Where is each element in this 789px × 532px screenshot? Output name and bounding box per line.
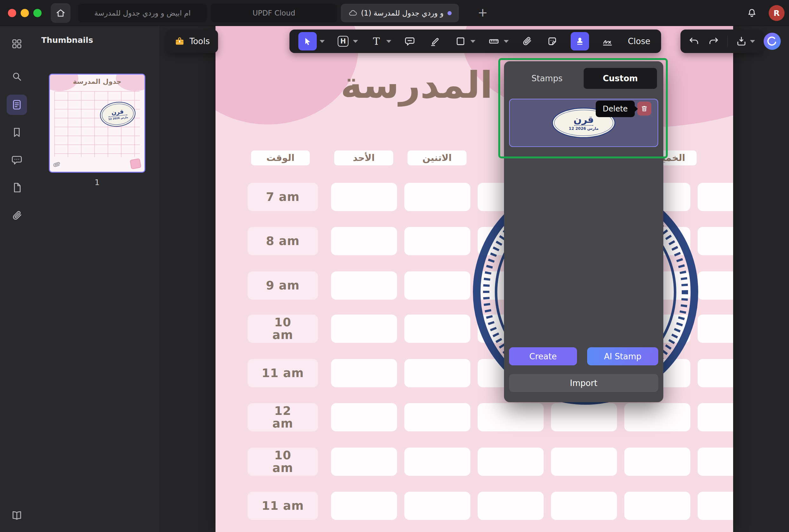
sidebar-item-apps[interactable] [7,34,27,54]
select-tool[interactable] [299,32,317,51]
text-icon: T [373,36,380,47]
page-thumbnails-icon [11,99,22,111]
sidebar-item-reader[interactable] [7,505,27,526]
tab-label: (1) و وردي جدول للمدرسة [361,9,443,17]
trash-icon [640,104,649,113]
day-header: الاتنين [407,150,466,165]
tab-updf-cloud[interactable]: UPDF Cloud [211,4,337,22]
schedule-cell [331,359,397,387]
undo-button[interactable] [688,36,700,47]
annotation-toolbar: H T [289,30,661,53]
time-cell: 10 am [248,315,318,343]
tab-document-active[interactable]: (1) و وردي جدول للمدرسة [341,4,459,22]
chevron-down-icon[interactable] [320,40,325,43]
reader-book-icon [11,510,22,521]
notifications-button[interactable] [745,6,758,20]
sticker-tool[interactable] [545,32,559,50]
text-tool[interactable]: T [369,32,383,50]
toolbox-icon [174,36,185,47]
schedule-cell [331,183,397,211]
chevron-down-icon[interactable] [470,40,476,43]
stamp-tool[interactable] [571,32,589,51]
apps-grid-icon [11,38,22,50]
schedule-cell [551,448,617,476]
schedule-cell [404,448,470,476]
sidebar-item-search[interactable] [7,66,27,87]
delete-tooltip: Delete [596,101,635,117]
close-window-button[interactable] [8,9,16,17]
chevron-down-icon[interactable] [504,40,509,43]
ai-stamp-button[interactable]: AI Stamp [587,347,658,365]
comment-bubble-icon [404,36,415,47]
time-cell: 7 am [248,183,318,211]
chevron-down-icon[interactable] [750,40,755,43]
day-header: الأحد [334,150,393,165]
unsaved-dot [447,11,451,15]
home-icon [55,7,66,18]
schedule-cell [478,448,544,476]
tab-label: ام ابيض و وردي جدول للمدرسة [94,9,190,17]
sidebar-item-comments[interactable] [7,150,27,170]
sidebar-item-files[interactable] [7,177,27,198]
paperclip-icon [11,210,22,221]
edit-tool[interactable]: H [336,32,350,50]
chevron-down-icon[interactable] [386,40,391,43]
close-button[interactable]: Close [626,32,652,50]
tab-document-1[interactable]: ام ابيض و وردي جدول للمدرسة [78,4,207,22]
stamp-panel-tabs: Stamps Custom [511,68,657,89]
time-column-header: الوقت [251,150,310,165]
stamp-date: 12 مارس 2026 [569,126,599,131]
ai-assistant-button[interactable] [764,33,781,50]
thumbnails-header: Thumbnails [41,36,93,45]
schedule-cell [331,227,397,255]
minimize-window-button[interactable] [21,9,29,17]
measure-tool[interactable] [487,32,501,50]
ruler-icon [488,36,499,47]
schedule-cell [404,227,470,255]
time-cell: 9 am [248,271,318,300]
import-stamp-button[interactable]: Import [509,374,658,392]
home-button[interactable] [51,3,71,23]
ai-swirl-icon [766,35,778,48]
highlighter-tool[interactable] [428,32,442,50]
zoom-window-button[interactable] [33,9,42,17]
schedule-cell [404,271,470,300]
sidebar-item-attachments[interactable] [7,205,27,226]
edit-icon: H [338,36,348,47]
schedule-cell [478,492,544,520]
page-number: 1 [49,178,146,187]
page-thumbnail[interactable]: جدول المدرسة قرن 12 مارس 2026 [49,74,146,173]
account-avatar[interactable]: R [769,5,785,21]
new-tab-button[interactable]: + [475,4,491,22]
updf-window: جدول المدرسة الوقت 7 am8 am9 am10 am11 a… [0,0,789,532]
bookmark-icon [11,127,22,138]
save-icon [736,36,747,47]
tools-button[interactable]: Tools [166,30,218,53]
signature-tool[interactable] [600,32,614,50]
history-save-controls [680,30,763,53]
shape-tool[interactable] [454,32,467,50]
comment-tool[interactable] [403,32,417,50]
divider [727,36,728,47]
thumbnails-panel: Thumbnails جدول المدرسة قرن 12 مارس 2026… [34,26,160,532]
create-stamp-button[interactable]: Create [509,347,577,365]
tab-custom[interactable]: Custom [584,68,657,89]
time-cell: 12 am [248,403,318,431]
attachment-tool[interactable] [520,32,534,50]
sticker-icon [547,36,558,47]
time-cell: 11 am [248,359,318,387]
sidebar-item-bookmarks[interactable] [7,122,27,142]
chevron-down-icon[interactable] [353,40,358,43]
stamp-title: قرن [569,115,599,125]
undo-icon [688,36,700,47]
tab-stamps[interactable]: Stamps [511,68,584,89]
tab-label: UPDF Cloud [253,9,295,17]
cloud-icon [348,8,357,17]
bell-icon [747,7,757,18]
schedule-cell [404,359,470,387]
delete-stamp-button[interactable] [637,101,651,116]
save-button[interactable] [736,36,755,47]
sidebar-item-thumbnails[interactable] [7,95,27,115]
schedule-cell [331,271,397,300]
redo-button[interactable] [708,36,719,47]
